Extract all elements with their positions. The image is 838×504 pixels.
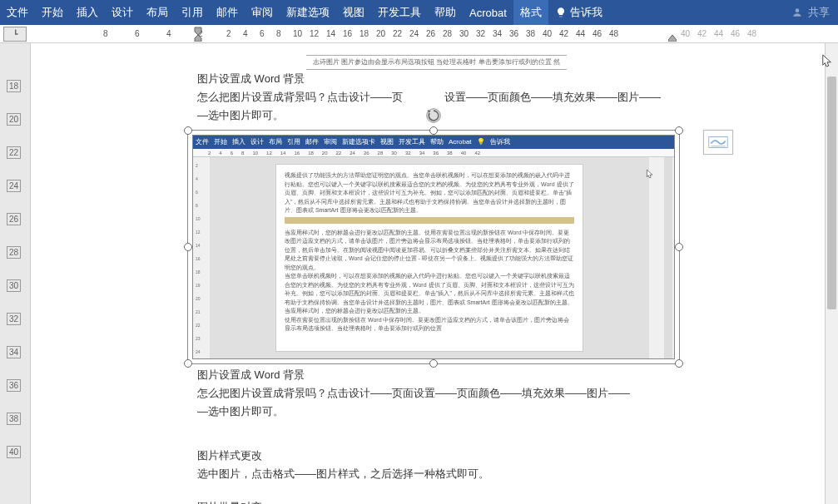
ruler-tick: 4 — [243, 29, 248, 38]
resize-handle-tr[interactable] — [675, 126, 683, 135]
ruler-tick: 16 — [343, 29, 352, 38]
vruler-tick: 18 — [7, 80, 21, 92]
ruler-tick: 10 — [293, 29, 302, 38]
tab-design[interactable]: 设计 — [105, 0, 140, 25]
paragraph: 选中图片，点击格式——图片样式，之后选择一种格式即可。 — [197, 465, 788, 483]
tab-view[interactable]: 视图 — [336, 0, 371, 25]
ruler-tick: 40 — [543, 29, 552, 38]
ruler-tick: 28 — [443, 29, 452, 38]
ruler-tick: 42 — [559, 29, 568, 38]
ruler-tick: 6 — [135, 29, 140, 38]
ruler-tick: 14 — [326, 29, 335, 38]
paragraph: —选中图片即可。 — [197, 403, 788, 421]
vertical-ruler: 18 20 22 24 26 28 30 32 34 36 38 40 — [0, 43, 30, 504]
document-page[interactable]: 志诗图片 图片参边由会显示布局选项按钮 当处理表格时 单击要添加行或列的位置 然… — [30, 43, 838, 504]
scrollbar-thumb[interactable] — [827, 77, 836, 309]
ruler-tick: 4 — [166, 29, 171, 38]
ruler-tick: 22 — [393, 29, 402, 38]
tab-acrobat[interactable]: Acrobat — [463, 2, 513, 24]
vruler-tick: 32 — [7, 313, 21, 325]
ribbon: 文件 开始 插入 设计 布局 引用 邮件 审阅 新建选项 视图 开发工具 帮助 … — [0, 0, 838, 25]
layout-options-icon — [708, 136, 728, 149]
horizontal-ruler: ┗ 8 6 4 2 2 4 6 8 10 12 14 16 18 20 22 2… — [0, 25, 838, 43]
ruler-tick: 12 — [310, 29, 319, 38]
ruler-tick: 6 — [260, 29, 265, 38]
resize-handle-tl[interactable] — [184, 126, 192, 135]
heading-3: 图片样式更改 — [197, 447, 788, 465]
rotate-handle-icon[interactable] — [425, 107, 442, 124]
person-icon — [791, 7, 803, 18]
selection-frame — [187, 130, 680, 364]
resize-handle-bl[interactable] — [184, 359, 192, 368]
vruler-tick: 26 — [7, 213, 21, 225]
tab-mailings[interactable]: 邮件 — [210, 0, 245, 25]
ruler-tick: 32 — [476, 29, 485, 38]
ruler-tick: 18 — [359, 29, 369, 38]
ruler-tick: 8 — [276, 29, 281, 38]
vruler-tick: 28 — [7, 246, 21, 259]
svg-point-0 — [796, 8, 800, 12]
vruler-tick: 40 — [7, 446, 21, 458]
tab-layout[interactable]: 布局 — [140, 0, 175, 25]
embedded-picture[interactable]: 文件 开始 插入 设计 布局 引用 邮件 审阅 新建选项卡 视图 开发工具 帮助… — [192, 135, 675, 359]
inner-vruler: 2 4 6 8 10 12 14 16 18 19 20 21 — [193, 157, 210, 358]
svg-marker-1 — [195, 27, 201, 35]
vruler-tick: 38 — [7, 413, 21, 425]
tell-me-search[interactable]: 告诉我 — [548, 5, 609, 20]
tab-references[interactable]: 引用 — [175, 0, 210, 25]
paragraph: —选中图片即可。 — [197, 106, 788, 125]
paragraph: 怎么把图片设置成背景吗？点击设计——页设置——页面颜色——填充效果——图片—— — [197, 88, 788, 106]
tell-me-label: 告诉我 — [570, 5, 602, 20]
vruler-tick: 34 — [7, 346, 21, 358]
ruler-tick: 40 — [681, 29, 690, 38]
tab-help[interactable]: 帮助 — [428, 0, 463, 25]
inner-scrollbar — [664, 157, 672, 358]
vruler-tick: 24 — [7, 180, 21, 192]
resize-handle-tm[interactable] — [429, 126, 438, 135]
paragraph: 怎么把图片设置成背景吗？点击设计——页面设置——页面颜色——填充效果——图片—— — [197, 384, 788, 403]
share-button[interactable]: 共享 — [783, 5, 838, 20]
heading-4: 图片批量对齐 — [197, 498, 788, 504]
vruler-tick: 36 — [7, 379, 21, 392]
ruler-tick: 34 — [493, 29, 502, 38]
resize-handle-ml[interactable] — [184, 243, 192, 251]
tab-file[interactable]: 文件 — [0, 0, 35, 25]
share-label: 共享 — [808, 5, 830, 20]
bulb-icon — [555, 7, 567, 18]
right-indent-marker-icon[interactable] — [668, 33, 677, 42]
ruler-tick: 24 — [409, 29, 419, 38]
clipped-text: 志诗图片 图片参边由会显示布局选项按钮 当处理表格时 单击要添加行或列的位置 然 — [306, 55, 567, 70]
svg-marker-2 — [195, 35, 201, 42]
mouse-cursor-icon — [821, 53, 833, 68]
heading-1: 图片设置成 Word 背景 — [197, 70, 788, 88]
ruler-tick: 48 — [609, 29, 618, 38]
ruler-tick: 20 — [376, 29, 385, 38]
tab-new-option[interactable]: 新建选项 — [280, 0, 336, 25]
ruler-tick: 46 — [593, 29, 602, 38]
tab-home[interactable]: 开始 — [35, 0, 70, 25]
tab-insert[interactable]: 插入 — [70, 0, 105, 25]
svg-marker-3 — [668, 35, 677, 42]
resize-handle-mr[interactable] — [675, 243, 683, 251]
heading-2: 图片设置成 Word 背景 — [197, 366, 788, 384]
ruler-tick: 8 — [103, 29, 108, 38]
inner-right-panel — [649, 157, 674, 358]
indent-marker-icon[interactable] — [193, 25, 203, 42]
tab-developer[interactable]: 开发工具 — [371, 0, 428, 25]
tab-format[interactable]: 格式 — [513, 0, 548, 25]
ruler-tick: 38 — [526, 29, 535, 38]
ruler-tick: 2 — [226, 29, 231, 38]
vertical-scrollbar[interactable] — [825, 43, 838, 504]
tab-review[interactable]: 审阅 — [245, 0, 280, 25]
vruler-tick: 30 — [7, 279, 21, 292]
vruler-tick: 22 — [7, 146, 21, 159]
cursor-icon — [646, 169, 654, 179]
ruler-tick: 30 — [459, 29, 469, 38]
layout-options-button[interactable] — [703, 130, 733, 155]
ruler-corner[interactable]: ┗ — [3, 27, 27, 42]
ruler-tick: 36 — [509, 29, 518, 38]
ruler-tick: 26 — [426, 29, 435, 38]
ruler-tick: 44 — [576, 29, 585, 38]
vruler-tick: 20 — [7, 113, 21, 126]
